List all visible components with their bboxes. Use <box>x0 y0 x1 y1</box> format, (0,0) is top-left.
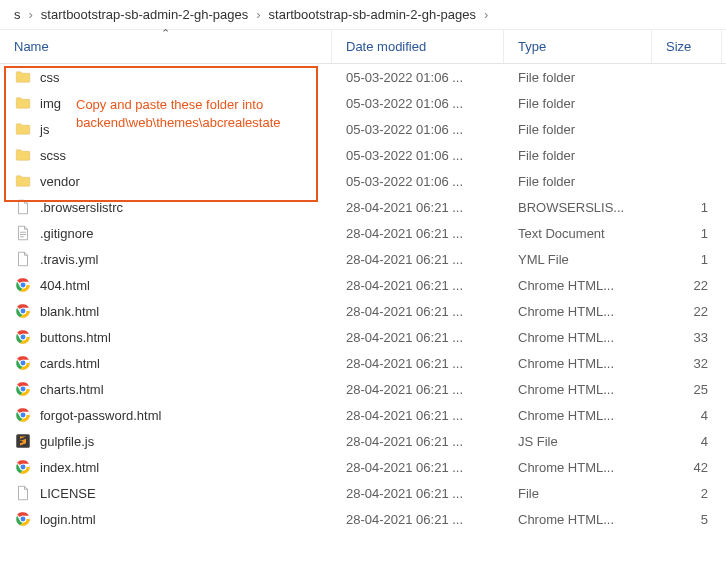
file-row[interactable]: .travis.yml28-04-2021 06:21 ...YML File1 <box>0 246 726 272</box>
file-row[interactable]: cards.html28-04-2021 06:21 ...Chrome HTM… <box>0 350 726 376</box>
file-name-cell[interactable]: img <box>0 90 332 116</box>
file-type-cell: Chrome HTML... <box>504 298 652 324</box>
header-size[interactable]: Size <box>652 30 722 63</box>
file-type-cell: File folder <box>504 168 652 194</box>
file-size-cell <box>652 142 722 168</box>
file-date-cell: 28-04-2021 06:21 ... <box>332 220 504 246</box>
file-name-cell[interactable]: blank.html <box>0 298 332 324</box>
file-name-text: cards.html <box>40 356 100 371</box>
file-name-text: login.html <box>40 512 96 527</box>
folder-icon <box>14 146 32 164</box>
file-name-cell[interactable]: scss <box>0 142 332 168</box>
file-size-cell: 25 <box>652 376 722 402</box>
file-size-cell: 2 <box>652 480 722 506</box>
file-row[interactable]: charts.html28-04-2021 06:21 ...Chrome HT… <box>0 376 726 402</box>
file-type-cell: JS File <box>504 428 652 454</box>
file-name-cell[interactable]: gulpfile.js <box>0 428 332 454</box>
file-name-cell[interactable]: js <box>0 116 332 142</box>
file-row[interactable]: gulpfile.js28-04-2021 06:21 ...JS File4 <box>0 428 726 454</box>
file-row[interactable]: LICENSE28-04-2021 06:21 ...File2 <box>0 480 726 506</box>
file-size-cell <box>652 64 722 90</box>
file-name-cell[interactable]: .browserslistrc <box>0 194 332 220</box>
file-icon <box>14 484 32 502</box>
file-row[interactable]: index.html28-04-2021 06:21 ...Chrome HTM… <box>0 454 726 480</box>
header-name[interactable]: ⌃ Name <box>0 30 332 63</box>
file-name-cell[interactable]: .gitignore <box>0 220 332 246</box>
file-row[interactable]: buttons.html28-04-2021 06:21 ...Chrome H… <box>0 324 726 350</box>
file-size-cell <box>652 90 722 116</box>
svg-point-21 <box>21 465 26 470</box>
file-name-cell[interactable]: cards.html <box>0 350 332 376</box>
file-date-cell: 05-03-2022 01:06 ... <box>332 142 504 168</box>
file-name-cell[interactable]: vendor <box>0 168 332 194</box>
file-type-cell: File folder <box>504 90 652 116</box>
file-date-cell: 28-04-2021 06:21 ... <box>332 350 504 376</box>
file-name-cell[interactable]: LICENSE <box>0 480 332 506</box>
file-name-cell[interactable]: index.html <box>0 454 332 480</box>
file-name-text: blank.html <box>40 304 99 319</box>
file-name-cell[interactable]: css <box>0 64 332 90</box>
breadcrumb-seg-2[interactable]: startbootstrap-sb-admin-2-gh-pages <box>263 5 482 24</box>
sublime-icon <box>14 432 32 450</box>
svg-point-14 <box>21 387 26 392</box>
file-row[interactable]: css05-03-2022 01:06 ...File folder <box>0 64 726 90</box>
file-name-text: .gitignore <box>40 226 93 241</box>
file-date-cell: 28-04-2021 06:21 ... <box>332 298 504 324</box>
folder-icon <box>14 94 32 112</box>
file-name-cell[interactable]: login.html <box>0 506 332 532</box>
file-row[interactable]: vendor05-03-2022 01:06 ...File folder <box>0 168 726 194</box>
file-row[interactable]: .gitignore28-04-2021 06:21 ...Text Docum… <box>0 220 726 246</box>
breadcrumb[interactable]: s › startbootstrap-sb-admin-2-gh-pages ›… <box>0 0 726 30</box>
file-type-cell: Chrome HTML... <box>504 272 652 298</box>
file-row[interactable]: login.html28-04-2021 06:21 ...Chrome HTM… <box>0 506 726 532</box>
header-type[interactable]: Type <box>504 30 652 63</box>
file-type-cell: File folder <box>504 116 652 142</box>
file-row[interactable]: scss05-03-2022 01:06 ...File folder <box>0 142 726 168</box>
file-name-text: .travis.yml <box>40 252 99 267</box>
chrome-icon <box>14 380 32 398</box>
file-date-cell: 05-03-2022 01:06 ... <box>332 64 504 90</box>
file-name-text: forgot-password.html <box>40 408 161 423</box>
file-row[interactable]: blank.html28-04-2021 06:21 ...Chrome HTM… <box>0 298 726 324</box>
file-row[interactable]: forgot-password.html28-04-2021 06:21 ...… <box>0 402 726 428</box>
file-date-cell: 28-04-2021 06:21 ... <box>332 272 504 298</box>
file-name-text: gulpfile.js <box>40 434 94 449</box>
file-size-cell: 1 <box>652 246 722 272</box>
file-icon <box>14 250 32 268</box>
breadcrumb-seg-1[interactable]: startbootstrap-sb-admin-2-gh-pages <box>35 5 254 24</box>
header-date-modified[interactable]: Date modified <box>332 30 504 63</box>
breadcrumb-seg-0[interactable]: s <box>8 5 27 24</box>
file-size-cell <box>652 168 722 194</box>
file-type-cell: Chrome HTML... <box>504 376 652 402</box>
file-row[interactable]: js05-03-2022 01:06 ...File folder <box>0 116 726 142</box>
file-row[interactable]: 404.html28-04-2021 06:21 ...Chrome HTML.… <box>0 272 726 298</box>
file-row[interactable]: .browserslistrc28-04-2021 06:21 ...BROWS… <box>0 194 726 220</box>
file-name-cell[interactable]: .travis.yml <box>0 246 332 272</box>
file-type-cell: Chrome HTML... <box>504 350 652 376</box>
chevron-right-icon: › <box>484 7 488 22</box>
file-date-cell: 28-04-2021 06:21 ... <box>332 194 504 220</box>
file-date-cell: 28-04-2021 06:21 ... <box>332 506 504 532</box>
file-size-cell: 32 <box>652 350 722 376</box>
file-name-text: scss <box>40 148 66 163</box>
file-name-cell[interactable]: charts.html <box>0 376 332 402</box>
file-size-cell: 5 <box>652 506 722 532</box>
file-size-cell: 42 <box>652 454 722 480</box>
file-date-cell: 05-03-2022 01:06 ... <box>332 116 504 142</box>
file-name-text: LICENSE <box>40 486 96 501</box>
file-name-cell[interactable]: 404.html <box>0 272 332 298</box>
svg-point-17 <box>21 413 26 418</box>
svg-point-24 <box>21 517 26 522</box>
file-name-text: buttons.html <box>40 330 111 345</box>
folder-icon <box>14 68 32 86</box>
file-name-cell[interactable]: forgot-password.html <box>0 402 332 428</box>
file-date-cell: 05-03-2022 01:06 ... <box>332 90 504 116</box>
file-row[interactable]: img05-03-2022 01:06 ...File folder <box>0 90 726 116</box>
file-date-cell: 28-04-2021 06:21 ... <box>332 376 504 402</box>
chrome-icon <box>14 354 32 372</box>
file-name-cell[interactable]: buttons.html <box>0 324 332 350</box>
file-date-cell: 28-04-2021 06:21 ... <box>332 480 504 506</box>
file-type-cell: Text Document <box>504 220 652 246</box>
svg-point-8 <box>21 335 26 340</box>
file-name-text: css <box>40 70 60 85</box>
